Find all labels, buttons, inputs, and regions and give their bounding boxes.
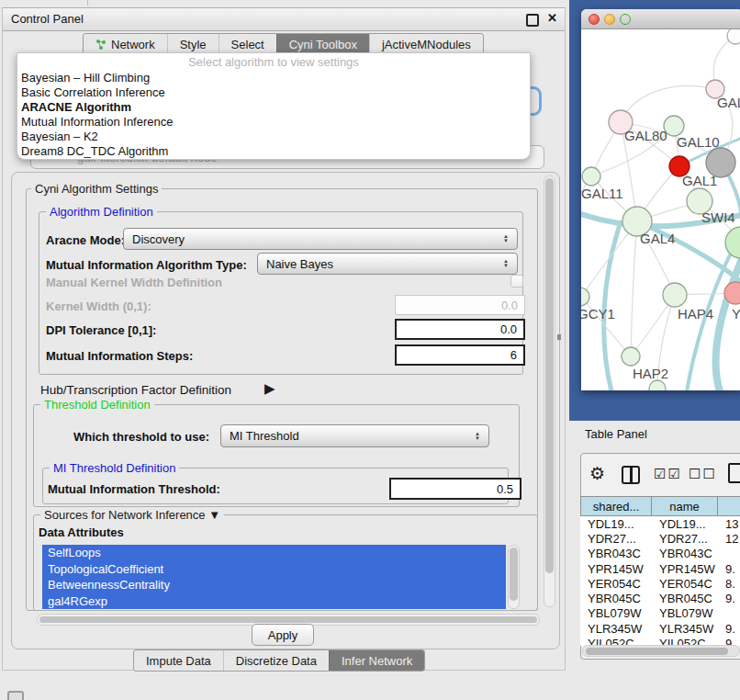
network-view-window: GALGAL80GAL10GAL1GAL11SWI4GAL4GCY1HAP4YH… — [581, 9, 740, 390]
algorithm-dropdown-popup: Select algorithm to view settings Bayesi… — [17, 52, 531, 160]
column-header[interactable] — [718, 496, 740, 516]
tab-style[interactable]: Style — [167, 34, 219, 54]
which-threshold-value: MI Threshold — [230, 429, 299, 443]
expand-arrow-icon[interactable]: ▶ — [264, 380, 275, 397]
tab-discretize-data[interactable]: Discretize Data — [223, 650, 329, 671]
table-cell: YBL079W — [652, 606, 718, 620]
network-svg: GALGAL80GAL10GAL1GAL11SWI4GAL4GCY1HAP4YH… — [581, 29, 740, 390]
tab-cyni-toolbox[interactable]: Cyni Toolbox — [276, 34, 369, 54]
app-screen: Control Panel ✕ Network Style Select Cyn… — [0, 0, 740, 700]
tab-select[interactable]: Select — [219, 34, 276, 54]
table-row[interactable]: YBL079WYBL079W — [580, 606, 740, 621]
table-cell: YBR045C — [652, 592, 718, 605]
mi-type-label: Mutual Information Algorithm Type: — [46, 258, 247, 272]
apply-label: Apply — [268, 628, 298, 642]
network-node[interactable] — [582, 167, 600, 186]
algorithm-option[interactable]: Basic Correlation Inference — [17, 85, 530, 100]
tab-label: Impute Data — [146, 654, 211, 668]
dpi-tolerance-value: 0.0 — [500, 322, 517, 336]
network-edge — [631, 221, 637, 356]
cyni-algorithm-settings-title: Cyni Algorithm Settings — [31, 182, 162, 196]
network-node[interactable] — [725, 227, 740, 258]
network-node[interactable] — [622, 347, 640, 366]
network-node-label: HAP4 — [678, 306, 713, 322]
collapse-arrow-icon[interactable]: ▼ — [208, 508, 220, 522]
table-row[interactable]: YDR27...YDR27...12 — [580, 531, 740, 546]
stepper-icon: ▲▼ — [503, 259, 509, 268]
network-node-label: Y — [732, 306, 740, 322]
table-row[interactable]: YPR145WYPR145W9. — [580, 561, 740, 576]
float-window-icon[interactable] — [526, 14, 539, 27]
tab-label: Infer Network — [342, 654, 412, 668]
network-node[interactable] — [663, 283, 687, 307]
table-row[interactable]: YLR345WYLR345W9. — [580, 621, 740, 636]
attribute-list-scrollbar[interactable] — [508, 545, 520, 609]
table-cell: YER054C — [652, 577, 718, 591]
algorithm-option[interactable]: Bayesian – K2 — [17, 130, 530, 144]
algorithm-option[interactable]: ARACNE Algorithm — [17, 100, 530, 115]
deselect-all-columns-icon[interactable]: ☐☐ — [689, 466, 717, 482]
zoom-traffic-light[interactable] — [620, 14, 631, 25]
attribute-option[interactable]: BetweennessCentrality — [42, 577, 506, 593]
mi-threshold-input[interactable]: 0.5 — [389, 478, 521, 500]
network-node[interactable] — [649, 380, 666, 390]
network-node[interactable] — [724, 282, 740, 304]
tab-label: jActiveMNodules — [382, 38, 471, 51]
column-header[interactable]: shared... — [580, 496, 652, 516]
table-cell: YBL079W — [580, 606, 652, 620]
algorithm-definition-title: Algorithm Definition — [46, 205, 157, 219]
tab-network[interactable]: Network — [84, 34, 167, 54]
network-node[interactable] — [581, 288, 589, 306]
kernel-width-input: 0.0 — [395, 295, 525, 315]
table-row[interactable]: YDL19...YDL19...13 — [580, 516, 740, 531]
algorithm-option[interactable]: Dream8 DC_TDC Algorithm — [17, 144, 530, 159]
minimize-traffic-light[interactable] — [604, 14, 615, 25]
minimized-panel-icon[interactable] — [7, 691, 24, 700]
close-traffic-light[interactable] — [589, 14, 600, 25]
table-cell: YER054C — [580, 577, 652, 591]
attribute-option[interactable]: SelfLoops — [42, 545, 506, 561]
attribute-option[interactable]: TopologicalCoefficient — [42, 561, 506, 578]
algorithm-option[interactable]: Mutual Information Inference — [17, 115, 530, 130]
hub-definition-label: Hub/Transcription Factor Definition — [40, 383, 231, 397]
tab-impute-data[interactable]: Impute Data — [134, 650, 223, 671]
dpi-tolerance-input[interactable]: 0.0 — [395, 319, 525, 340]
cyni-mode-tabstrip: Impute Data Discretize Data Infer Networ… — [133, 649, 425, 672]
table-row[interactable]: YBR045CYBR045C9. — [580, 591, 740, 605]
export-table-icon[interactable] — [728, 463, 740, 483]
aracne-mode-combo[interactable]: Discovery ▲▼ — [123, 228, 518, 250]
column-header[interactable]: name — [652, 496, 718, 516]
toolbar-edge-mark — [87, 0, 88, 6]
algorithm-popup-list: Bayesian – Hill ClimbingBasic Correlatio… — [17, 71, 530, 159]
table-cell: YBR043C — [652, 547, 718, 560]
network-node-label: GAL11 — [581, 186, 623, 201]
algorithm-popup-placeholder: Select algorithm to view settings — [17, 53, 530, 71]
table-panel-title: Table Panel — [585, 427, 647, 441]
table-cell: YBR043C — [580, 547, 652, 560]
mi-steps-input[interactable]: 6 — [395, 344, 525, 366]
mi-type-combo[interactable]: Naive Bayes ▲▼ — [257, 253, 518, 275]
mi-threshold-title: MI Threshold Definition — [50, 461, 179, 475]
manual-kernel-checkbox[interactable] — [510, 275, 523, 288]
algorithm-option[interactable]: Bayesian – Hill Climbing — [17, 71, 530, 85]
sources-title: Sources for Network Inference ▼ — [40, 508, 224, 522]
gear-icon[interactable]: ⚙ — [589, 463, 605, 484]
columns-icon[interactable] — [622, 466, 640, 484]
close-icon[interactable]: ✕ — [547, 11, 557, 25]
attribute-option[interactable]: gal4RGexp — [42, 593, 506, 610]
network-node[interactable] — [727, 29, 740, 44]
table-row[interactable]: YER054CYER054C8. — [580, 576, 740, 591]
apply-button[interactable]: Apply — [252, 624, 314, 646]
network-canvas[interactable]: GALGAL80GAL10GAL1GAL11SWI4GAL4GCY1HAP4YH… — [581, 29, 740, 390]
tab-label: Select — [231, 38, 264, 51]
tab-jactivemnodules[interactable]: jActiveMNodules — [369, 34, 483, 54]
which-threshold-combo[interactable]: MI Threshold ▲▼ — [220, 424, 489, 447]
network-node-label: GAL10 — [677, 134, 720, 150]
select-all-columns-icon[interactable]: ☑☑ — [654, 466, 682, 482]
table-horizontal-scrollbar[interactable] — [582, 645, 740, 657]
tab-infer-network[interactable]: Infer Network — [329, 650, 424, 671]
network-node-label: GAL80 — [624, 128, 667, 143]
table-cell: YLR345W — [652, 622, 718, 636]
settings-vertical-scrollbar[interactable] — [544, 175, 555, 607]
table-row[interactable]: YBR043CYBR043C — [580, 547, 740, 561]
